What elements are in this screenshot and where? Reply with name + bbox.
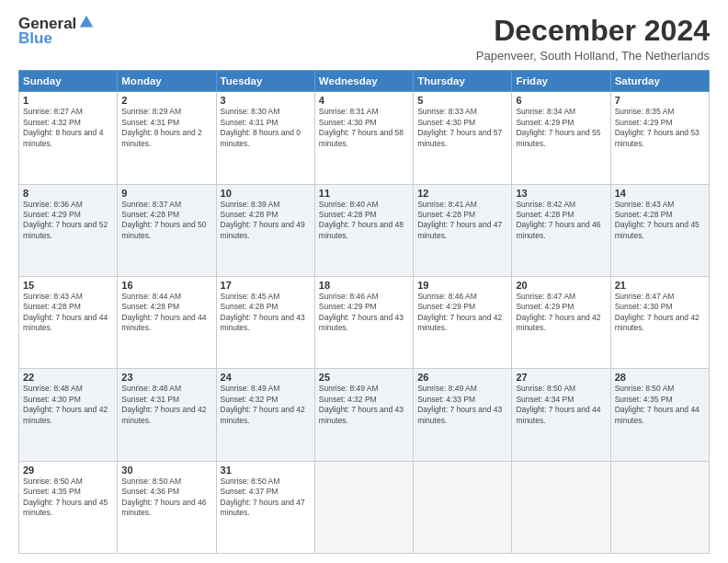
day-number: 13 (516, 188, 606, 199)
calendar-day-cell: 2 Sunrise: 8:29 AMSunset: 4:31 PMDayligh… (118, 92, 216, 184)
day-info: Sunrise: 8:47 AMSunset: 4:29 PMDaylight:… (516, 292, 606, 334)
day-number: 16 (121, 280, 211, 291)
day-info: Sunrise: 8:31 AMSunset: 4:30 PMDaylight:… (319, 107, 409, 149)
col-friday: Friday (512, 71, 610, 92)
svg-marker-0 (80, 16, 93, 28)
day-number: 5 (417, 95, 507, 106)
calendar-week-row: 22 Sunrise: 8:48 AMSunset: 4:30 PMDaylig… (19, 369, 710, 461)
day-number: 2 (121, 95, 211, 106)
day-info: Sunrise: 8:30 AMSunset: 4:31 PMDaylight:… (221, 107, 311, 149)
calendar-week-row: 29 Sunrise: 8:50 AMSunset: 4:35 PMDaylig… (19, 461, 710, 553)
calendar-day-cell: 4 Sunrise: 8:31 AMSunset: 4:30 PMDayligh… (314, 92, 413, 184)
day-info: Sunrise: 8:50 AMSunset: 4:36 PMDaylight:… (121, 477, 211, 519)
calendar-day-cell: 7 Sunrise: 8:35 AMSunset: 4:29 PMDayligh… (610, 92, 709, 184)
day-info: Sunrise: 8:50 AMSunset: 4:34 PMDaylight:… (516, 384, 606, 426)
calendar-day-cell (314, 461, 413, 553)
day-info: Sunrise: 8:42 AMSunset: 4:28 PMDaylight:… (516, 200, 606, 242)
day-info: Sunrise: 8:33 AMSunset: 4:30 PMDaylight:… (417, 107, 507, 149)
calendar-week-row: 1 Sunrise: 8:27 AMSunset: 4:32 PMDayligh… (19, 92, 710, 184)
calendar-day-cell: 12 Sunrise: 8:41 AMSunset: 4:28 PMDaylig… (414, 184, 512, 276)
day-info: Sunrise: 8:27 AMSunset: 4:32 PMDaylight:… (23, 107, 113, 149)
col-sunday: Sunday (19, 71, 118, 92)
day-info: Sunrise: 8:34 AMSunset: 4:29 PMDaylight:… (516, 107, 606, 149)
title-area: December 2024 Papenveer, South Holland, … (476, 15, 710, 63)
day-info: Sunrise: 8:46 AMSunset: 4:29 PMDaylight:… (319, 292, 409, 334)
header: General Blue December 2024 Papenveer, So… (18, 15, 710, 63)
day-number: 25 (319, 372, 409, 383)
day-info: Sunrise: 8:47 AMSunset: 4:30 PMDaylight:… (615, 292, 705, 334)
calendar-day-cell: 17 Sunrise: 8:45 AMSunset: 4:28 PMDaylig… (216, 276, 314, 368)
calendar-day-cell: 15 Sunrise: 8:43 AMSunset: 4:28 PMDaylig… (19, 276, 118, 368)
day-number: 18 (319, 280, 409, 291)
logo: General Blue (18, 15, 95, 48)
calendar-day-cell: 27 Sunrise: 8:50 AMSunset: 4:34 PMDaylig… (512, 369, 610, 461)
day-number: 31 (221, 465, 311, 476)
month-title: December 2024 (476, 15, 710, 47)
day-number: 4 (319, 95, 409, 106)
day-info: Sunrise: 8:39 AMSunset: 4:28 PMDaylight:… (221, 200, 311, 242)
day-number: 10 (221, 188, 311, 199)
calendar-day-cell: 28 Sunrise: 8:50 AMSunset: 4:35 PMDaylig… (610, 369, 709, 461)
day-info: Sunrise: 8:35 AMSunset: 4:29 PMDaylight:… (615, 107, 705, 149)
calendar-day-cell: 13 Sunrise: 8:42 AMSunset: 4:28 PMDaylig… (512, 184, 610, 276)
col-thursday: Thursday (414, 71, 512, 92)
calendar-day-cell: 23 Sunrise: 8:48 AMSunset: 4:31 PMDaylig… (118, 369, 216, 461)
calendar-day-cell: 29 Sunrise: 8:50 AMSunset: 4:35 PMDaylig… (19, 461, 118, 553)
calendar-day-cell: 19 Sunrise: 8:46 AMSunset: 4:29 PMDaylig… (414, 276, 512, 368)
calendar-week-row: 15 Sunrise: 8:43 AMSunset: 4:28 PMDaylig… (19, 276, 710, 368)
day-number: 9 (121, 188, 211, 199)
calendar-day-cell: 10 Sunrise: 8:39 AMSunset: 4:28 PMDaylig… (216, 184, 314, 276)
day-info: Sunrise: 8:49 AMSunset: 4:32 PMDaylight:… (319, 384, 409, 426)
col-tuesday: Tuesday (216, 71, 314, 92)
day-number: 20 (516, 280, 606, 291)
calendar-day-cell: 5 Sunrise: 8:33 AMSunset: 4:30 PMDayligh… (414, 92, 512, 184)
calendar-day-cell (512, 461, 610, 553)
calendar-day-cell: 9 Sunrise: 8:37 AMSunset: 4:28 PMDayligh… (118, 184, 216, 276)
day-number: 26 (417, 372, 507, 383)
calendar-day-cell: 26 Sunrise: 8:49 AMSunset: 4:33 PMDaylig… (414, 369, 512, 461)
calendar-day-cell: 8 Sunrise: 8:36 AMSunset: 4:29 PMDayligh… (19, 184, 118, 276)
calendar-day-cell: 30 Sunrise: 8:50 AMSunset: 4:36 PMDaylig… (118, 461, 216, 553)
day-number: 3 (221, 95, 311, 106)
calendar-day-cell: 16 Sunrise: 8:44 AMSunset: 4:28 PMDaylig… (118, 276, 216, 368)
calendar-day-cell: 18 Sunrise: 8:46 AMSunset: 4:29 PMDaylig… (314, 276, 413, 368)
calendar-day-cell: 31 Sunrise: 8:50 AMSunset: 4:37 PMDaylig… (216, 461, 314, 553)
day-number: 1 (23, 95, 113, 106)
day-info: Sunrise: 8:50 AMSunset: 4:35 PMDaylight:… (23, 477, 113, 519)
day-info: Sunrise: 8:48 AMSunset: 4:31 PMDaylight:… (121, 384, 211, 426)
day-number: 30 (121, 465, 211, 476)
col-wednesday: Wednesday (314, 71, 413, 92)
day-number: 27 (516, 372, 606, 383)
logo-icon (78, 14, 95, 30)
day-info: Sunrise: 8:45 AMSunset: 4:28 PMDaylight:… (221, 292, 311, 334)
day-info: Sunrise: 8:41 AMSunset: 4:28 PMDaylight:… (417, 200, 507, 242)
day-info: Sunrise: 8:37 AMSunset: 4:28 PMDaylight:… (121, 200, 211, 242)
day-info: Sunrise: 8:36 AMSunset: 4:29 PMDaylight:… (23, 200, 113, 242)
day-number: 11 (319, 188, 409, 199)
day-number: 7 (615, 95, 705, 106)
day-info: Sunrise: 8:46 AMSunset: 4:29 PMDaylight:… (417, 292, 507, 334)
day-info: Sunrise: 8:43 AMSunset: 4:28 PMDaylight:… (23, 292, 113, 334)
day-info: Sunrise: 8:40 AMSunset: 4:28 PMDaylight:… (319, 200, 409, 242)
day-info: Sunrise: 8:43 AMSunset: 4:28 PMDaylight:… (615, 200, 705, 242)
calendar-day-cell: 24 Sunrise: 8:49 AMSunset: 4:32 PMDaylig… (216, 369, 314, 461)
day-number: 8 (23, 188, 113, 199)
day-info: Sunrise: 8:29 AMSunset: 4:31 PMDaylight:… (121, 107, 211, 149)
col-saturday: Saturday (610, 71, 709, 92)
calendar-day-cell: 22 Sunrise: 8:48 AMSunset: 4:30 PMDaylig… (19, 369, 118, 461)
day-number: 15 (23, 280, 113, 291)
day-number: 6 (516, 95, 606, 106)
calendar-day-cell: 6 Sunrise: 8:34 AMSunset: 4:29 PMDayligh… (512, 92, 610, 184)
day-number: 19 (417, 280, 507, 291)
calendar-header-row: Sunday Monday Tuesday Wednesday Thursday… (19, 71, 710, 92)
calendar-day-cell: 11 Sunrise: 8:40 AMSunset: 4:28 PMDaylig… (314, 184, 413, 276)
calendar-week-row: 8 Sunrise: 8:36 AMSunset: 4:29 PMDayligh… (19, 184, 710, 276)
col-monday: Monday (118, 71, 216, 92)
location: Papenveer, South Holland, The Netherland… (476, 49, 710, 63)
day-info: Sunrise: 8:48 AMSunset: 4:30 PMDaylight:… (23, 384, 113, 426)
calendar-day-cell: 1 Sunrise: 8:27 AMSunset: 4:32 PMDayligh… (19, 92, 118, 184)
day-number: 28 (615, 372, 705, 383)
day-info: Sunrise: 8:50 AMSunset: 4:35 PMDaylight:… (615, 384, 705, 426)
calendar-day-cell: 20 Sunrise: 8:47 AMSunset: 4:29 PMDaylig… (512, 276, 610, 368)
calendar-day-cell: 14 Sunrise: 8:43 AMSunset: 4:28 PMDaylig… (610, 184, 709, 276)
